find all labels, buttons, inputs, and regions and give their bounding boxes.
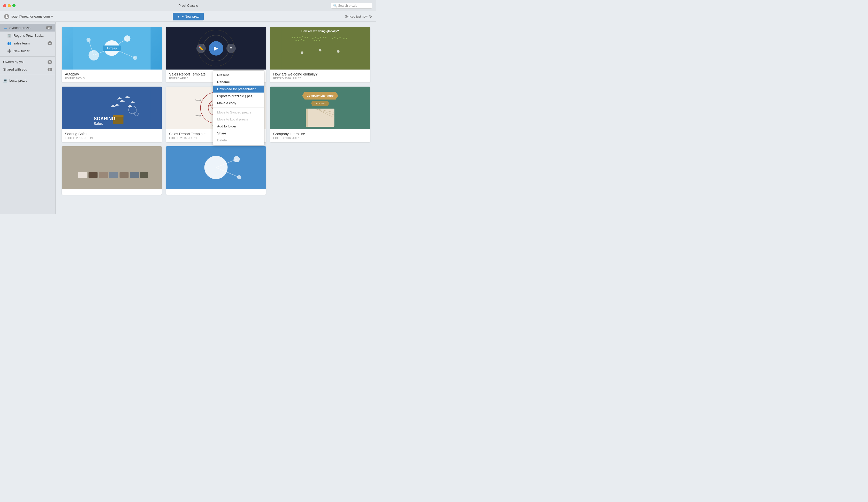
svg-rect-86 [109,172,118,178]
plus-icon: ＋ [177,14,180,19]
svg-text:Autoplay: Autoplay [107,47,117,50]
app-title: Prezi Classic [178,4,198,8]
svg-rect-85 [99,172,108,178]
prezi-card-autoplay[interactable]: Autoplay Autoplay EDITED NOV 3. [62,27,162,82]
svg-rect-33 [320,37,321,38]
sidebar-item-new-folder[interactable]: ➕ New folder [0,47,55,55]
svg-rect-21 [297,37,298,38]
prezi-card-soaringsales[interactable]: SOARING Sales Soaring Sales EDITED 2016.… [62,86,162,142]
sidebar-item-team[interactable]: 👥 sales team 4 [0,39,55,47]
synced-badge: 16 [46,26,52,30]
svg-rect-39 [332,38,333,39]
sync-label: Synced just now [345,15,368,18]
prezi-info-7 [62,189,162,195]
prezi-card-8[interactable] [166,146,266,195]
team-label: sales team [13,41,45,45]
svg-rect-77 [306,109,334,127]
prezi-card-companylit[interactable]: Company Literature 2015-2016 Com [270,86,370,142]
owned-badge: 8 [48,60,52,64]
prezi-name-soaringsales: Soaring Sales [65,132,159,136]
new-prezi-button[interactable]: ＋ + New prezi [173,13,204,20]
sidebar-item-shared[interactable]: Shared with you 8 [0,66,55,73]
sidebar-item-local[interactable]: 💻 Local prezis [0,76,55,84]
ctx-export[interactable]: Export to prezi file (.pez) [213,93,264,100]
ctx-delete: Delete [213,137,264,144]
prezi-thumb-companylit: Company Literature 2015-2016 [270,86,370,129]
svg-rect-31 [315,37,316,38]
minimize-button[interactable] [8,4,11,7]
maximize-button[interactable] [12,4,16,7]
ctx-move-local: Move to Local prezis [213,116,264,123]
prezi-date-soaringsales: EDITED 2016. JUL 19. [65,136,159,140]
svg-text:SOARING: SOARING [94,116,115,121]
play-button[interactable]: ▶ [209,41,223,55]
prezi-thumb-autoplay: Autoplay [62,27,162,70]
ctx-copy[interactable]: Make a copy [213,100,264,106]
svg-rect-41 [337,38,338,39]
ctx-share[interactable]: Share [213,130,264,137]
ctx-add-folder[interactable]: Add to folder [213,123,264,130]
svg-text:2015-2016: 2015-2016 [315,102,325,105]
main-layout: ☁ Synced prezis 16 🏢 Roger's Prezi Busi.… [0,22,376,214]
svg-rect-37 [317,40,318,41]
prezi-info-8 [166,189,266,195]
close-button[interactable] [3,4,6,7]
titlebar: Prezi Classic 🔍 Search prezis [0,0,376,11]
sidebar-item-synced[interactable]: ☁ Synced prezis 16 [0,24,55,32]
svg-point-47 [337,50,340,53]
edit-icon-btn[interactable]: ✏️ [196,44,206,53]
prezi-card-globally[interactable]: How are we doing globally? [270,27,370,82]
svg-rect-35 [326,37,327,38]
prezi-name-autoplay: Autoplay [65,72,159,76]
svg-rect-38 [319,40,320,41]
svg-text:Company Literature: Company Literature [307,94,334,97]
menu-icon-btn[interactable]: ≡ [226,44,236,53]
ctx-download[interactable]: Download for presentation [213,85,264,93]
sidebar-item-owned[interactable]: Owned by you 8 [0,58,55,66]
sidebar-item-biz[interactable]: 🏢 Roger's Prezi Busi... [0,32,55,39]
ctx-divider-1 [213,107,264,108]
context-menu: Present Rename Download for presentation… [213,70,265,145]
svg-rect-19 [292,37,293,38]
svg-point-45 [301,51,303,54]
prezi-date-autoplay: EDITED NOV 3. [65,77,159,80]
sidebar-divider-2 [0,75,55,75]
prezi-info-globally: How are we doing globally? EDITED 2016. … [270,70,370,82]
svg-rect-20 [294,37,296,38]
svg-rect-25 [307,37,308,38]
folder-icon: 🏢 [7,33,11,38]
svg-rect-40 [334,37,335,38]
prezi-thumb-soaringsales: SOARING Sales [62,86,162,129]
svg-rect-26 [296,40,297,41]
ctx-present[interactable]: Present [213,72,264,79]
account-user[interactable]: roger@preziforteams.com ▾ [4,14,53,19]
team-badge: 4 [48,41,52,45]
svg-point-46 [319,49,322,51]
ctx-move-synced: Move to Synced prezis [213,109,264,116]
prezi-date-companylit: EDITED 2016. JUL 19. [273,136,367,140]
prezi-date-globally: EDITED 2016. JUL 25. [273,77,367,80]
svg-rect-32 [318,38,319,39]
owned-label: Owned by you [3,60,45,64]
svg-rect-34 [323,37,324,38]
svg-rect-83 [78,172,87,178]
ctx-rename[interactable]: Rename [213,79,264,85]
user-email: roger@preziforteams.com [11,14,50,18]
prezi-thumb-salesreport: ✏️ ▶ ≡ [166,27,266,70]
sync-status: Synced just now ↻ [345,14,372,19]
prezi-name-globally: How are we doing globally? [273,72,367,76]
prezi-card-7[interactable] [62,146,162,195]
search-placeholder: Search prezis [338,4,357,8]
svg-rect-28 [301,39,302,40]
svg-rect-78 [306,109,308,127]
sidebar: ☁ Synced prezis 16 🏢 Roger's Prezi Busi.… [0,22,55,214]
search-box[interactable]: 🔍 Search prezis [331,3,372,9]
search-icon: 🔍 [333,4,337,8]
svg-rect-24 [305,37,306,38]
svg-rect-87 [120,172,129,178]
svg-text:How are we doing globally?: How are we doing globally? [301,30,339,33]
synced-label: Synced prezis [9,26,44,30]
svg-rect-82 [73,146,151,189]
svg-rect-23 [302,36,303,37]
local-icon: 💻 [3,78,7,82]
